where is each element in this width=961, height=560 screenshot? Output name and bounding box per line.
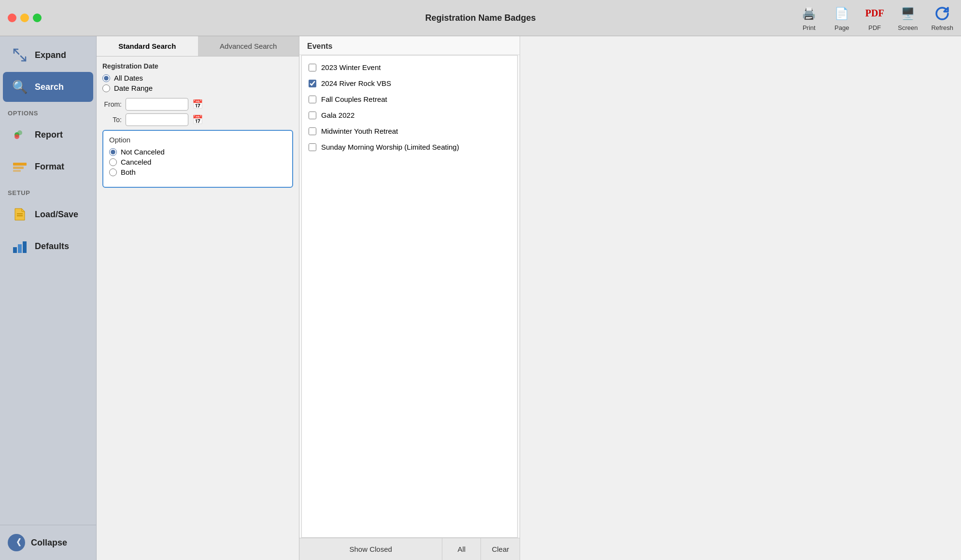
clear-button[interactable]: Clear xyxy=(481,538,520,560)
search-icon: 🔍 xyxy=(11,78,29,96)
event-item-2[interactable]: Fall Couples Retreat xyxy=(302,91,517,107)
maximize-button[interactable] xyxy=(33,14,42,22)
loadsave-icon xyxy=(11,205,29,224)
option-label: Option xyxy=(109,136,286,144)
window-title: Registration Name Badges xyxy=(425,13,536,23)
all-button[interactable]: All xyxy=(442,538,481,560)
sidebar-defaults-label: Defaults xyxy=(35,241,69,252)
close-button[interactable] xyxy=(8,14,16,22)
event-label-0: 2023 Winter Event xyxy=(321,63,381,71)
search-body: Registration Date All Dates Date Range F… xyxy=(97,56,299,560)
sidebar-expand-label: Expand xyxy=(35,50,66,60)
event-checkbox-0[interactable] xyxy=(309,64,316,71)
screen-icon: 🖥️ xyxy=(898,5,918,22)
events-header: Events xyxy=(299,36,520,55)
not-canceled-label: Not Canceled xyxy=(121,148,165,156)
format-icon xyxy=(11,157,29,176)
title-bar: Registration Name Badges 🖨️ Print 📄 Page… xyxy=(0,0,961,36)
sidebar-item-search[interactable]: 🔍 Search xyxy=(3,72,93,102)
sidebar-loadsave-label: Load/Save xyxy=(35,210,78,220)
events-footer: Show Closed All Clear xyxy=(299,538,520,560)
tab-advanced-search[interactable]: Advanced Search xyxy=(198,36,299,56)
collapse-button[interactable]: 《 Collapse xyxy=(0,529,96,556)
not-canceled-radio[interactable] xyxy=(109,148,117,156)
to-calendar-icon[interactable]: 📅 xyxy=(192,114,203,125)
event-item-1[interactable]: 2024 River Rock VBS xyxy=(302,75,517,91)
sidebar-search-label: Search xyxy=(35,82,64,92)
page-icon: 📄 xyxy=(832,5,851,22)
svg-rect-6 xyxy=(13,167,24,169)
sidebar-bottom: 《 Collapse xyxy=(0,525,96,560)
event-item-0[interactable]: 2023 Winter Event xyxy=(302,59,517,75)
from-label: From: xyxy=(102,100,122,108)
date-range-radio[interactable] xyxy=(102,84,110,92)
event-checkbox-2[interactable] xyxy=(309,96,316,103)
event-checkbox-4[interactable] xyxy=(309,127,316,135)
canceled-option[interactable]: Canceled xyxy=(109,158,286,166)
refresh-button[interactable]: Refresh xyxy=(931,5,953,31)
svg-rect-9 xyxy=(17,215,23,216)
events-list: 2023 Winter Event 2024 River Rock VBS Fa… xyxy=(301,55,518,538)
canceled-radio[interactable] xyxy=(109,158,117,166)
date-range-label: Date Range xyxy=(114,84,153,92)
option-box: Option Not Canceled Canceled Both xyxy=(102,130,293,188)
sidebar-format-label: Format xyxy=(35,162,64,172)
svg-line-1 xyxy=(21,56,26,61)
event-item-3[interactable]: Gala 2022 xyxy=(302,107,517,123)
not-canceled-option[interactable]: Not Canceled xyxy=(109,148,286,156)
main-content: Expand 🔍 Search OPTIONS Report xyxy=(0,36,961,560)
event-label-5: Sunday Morning Worship (Limited Seating) xyxy=(321,143,459,151)
from-calendar-icon[interactable]: 📅 xyxy=(192,99,203,110)
window-controls xyxy=(8,14,42,22)
registration-date-label: Registration Date xyxy=(102,62,293,70)
minimize-button[interactable] xyxy=(20,14,29,22)
svg-point-3 xyxy=(17,130,22,135)
show-closed-button[interactable]: Show Closed xyxy=(299,538,442,560)
events-panel: Events 2023 Winter Event 2024 River Rock… xyxy=(299,36,520,560)
svg-point-4 xyxy=(14,134,19,139)
tab-standard-search[interactable]: Standard Search xyxy=(97,36,198,56)
from-date-input[interactable] xyxy=(126,98,188,111)
report-icon xyxy=(11,126,29,144)
options-section-label: OPTIONS xyxy=(0,103,96,119)
pdf-icon: PDF xyxy=(865,5,884,22)
page-button[interactable]: 📄 Page xyxy=(832,5,851,31)
preview-area xyxy=(520,36,961,560)
event-label-1: 2024 River Rock VBS xyxy=(321,79,391,87)
refresh-icon xyxy=(933,5,952,22)
pdf-button[interactable]: PDF PDF xyxy=(865,5,884,31)
event-label-4: Midwinter Youth Retreat xyxy=(321,127,398,135)
print-button[interactable]: 🖨️ Print xyxy=(799,5,819,31)
event-item-4[interactable]: Midwinter Youth Retreat xyxy=(302,123,517,139)
to-date-row: To: 📅 xyxy=(102,113,293,126)
sidebar-item-expand[interactable]: Expand xyxy=(3,40,93,70)
event-checkbox-1[interactable] xyxy=(309,80,316,87)
all-dates-label: All Dates xyxy=(114,74,143,82)
svg-rect-5 xyxy=(13,163,27,166)
sidebar-item-defaults[interactable]: Defaults xyxy=(3,231,93,261)
event-checkbox-5[interactable] xyxy=(309,143,316,151)
defaults-icon xyxy=(11,237,29,255)
all-dates-option[interactable]: All Dates xyxy=(102,74,293,82)
sidebar-item-report[interactable]: Report xyxy=(3,120,93,150)
option-radio-group: Not Canceled Canceled Both xyxy=(109,148,286,176)
date-radio-group: All Dates Date Range xyxy=(102,74,293,92)
both-radio[interactable] xyxy=(109,168,117,176)
all-dates-radio[interactable] xyxy=(102,74,110,82)
collapse-label: Collapse xyxy=(31,538,67,548)
sidebar-item-format[interactable]: Format xyxy=(3,152,93,182)
screen-button[interactable]: 🖥️ Screen xyxy=(898,5,918,31)
event-item-5[interactable]: Sunday Morning Worship (Limited Seating) xyxy=(302,139,517,155)
sidebar: Expand 🔍 Search OPTIONS Report xyxy=(0,36,97,560)
sidebar-item-loadsave[interactable]: Load/Save xyxy=(3,199,93,229)
svg-rect-8 xyxy=(17,213,23,214)
search-panel: Standard Search Advanced Search Registra… xyxy=(97,36,299,560)
to-date-input[interactable] xyxy=(126,113,188,126)
both-option[interactable]: Both xyxy=(109,168,286,176)
to-label: To: xyxy=(102,116,122,124)
date-range-option[interactable]: Date Range xyxy=(102,84,293,92)
event-checkbox-3[interactable] xyxy=(309,112,316,119)
svg-rect-10 xyxy=(13,247,17,253)
event-label-2: Fall Couples Retreat xyxy=(321,95,387,103)
svg-rect-11 xyxy=(18,244,22,253)
